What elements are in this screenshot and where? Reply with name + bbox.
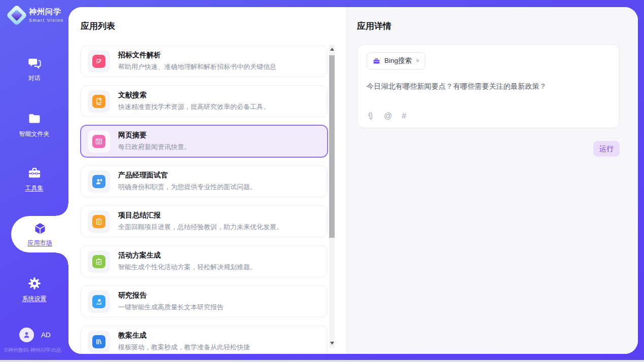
app-desc: 模板驱动，教案秒成，教学准备从此轻松快捷 (118, 343, 250, 352)
prompt-editor[interactable]: Bing搜索 × 今日湖北有哪些新闻要点？有哪些需要关注的最新政策？ @ # (357, 44, 620, 128)
scroll-down-arrow-icon[interactable] (330, 342, 334, 345)
hashtag-icon[interactable]: # (402, 112, 406, 121)
scrollbar-thumb[interactable] (329, 55, 335, 238)
bubble-curve-top (56, 204, 68, 216)
app-card-pm-interviewer[interactable]: 产品经理面试官 明确身份和职责，为您提供专业性的面试问题。 (81, 165, 328, 197)
book-icon (92, 95, 105, 108)
app-card-event-plan[interactable]: 活动方案生成 智能生成个性化活动方案，轻松解决规划难题。 (81, 245, 328, 277)
briefcase-icon (373, 57, 380, 65)
attachment-toolbar: @ # (367, 112, 406, 121)
prompt-input[interactable]: 今日湖北有哪些新闻要点？有哪些需要关注的最新政策？ (367, 82, 610, 91)
sidebar-item-label: 应用市场 (28, 239, 52, 247)
run-button[interactable]: 运行 (593, 141, 620, 157)
app-detail-section: 应用详情 Bing搜索 × 今日湖北有哪些新闻要点？有哪些需要关注的最新政策？ (346, 7, 638, 354)
app-card-literature-search[interactable]: 文献搜索 快速精准查找学术资源，提高研究效率的必备工具。 (81, 85, 328, 117)
app-name: 项目总结汇报 (118, 211, 283, 220)
app-desc: 智能生成个性化活动方案，轻松解决规划难题。 (118, 263, 257, 272)
app-icon-frame (88, 90, 110, 113)
mention-icon[interactable]: @ (384, 112, 392, 121)
app-card-list: 招标文件解析 帮助用户快速、准确地理解和解析招标书中的关键信息 (81, 45, 328, 354)
app-desc: 全面回顾项目进展，总结经验教训，助力未来优化发展。 (118, 223, 283, 232)
app-icon-frame (88, 130, 110, 153)
sidebar-item-label: 工具集 (25, 184, 44, 193)
app-desc: 帮助用户快速、准确地理解和解析招标书中的关键信息 (118, 62, 276, 71)
app-name: 文献搜索 (118, 91, 270, 100)
app-name: 产品经理面试官 (118, 171, 257, 180)
books-icon (92, 335, 105, 348)
app-name: 教案生成 (118, 331, 250, 340)
edit-doc-icon (92, 55, 105, 68)
brand-name: 神州问学 (29, 7, 64, 17)
app-card-project-summary[interactable]: 项目总结汇报 全面回顾项目进展，总结经验教训，助力未来优化发展。 (81, 205, 328, 237)
close-icon[interactable]: × (416, 58, 419, 64)
sidebar-item-label: 智能文件夹 (19, 130, 50, 138)
webpage-code-icon (92, 135, 105, 148)
app-desc: 明确身份和职责，为您提供专业性的面试问题。 (118, 183, 257, 192)
tool-tag-label: Bing搜索 (384, 56, 412, 65)
app-desc: 每日政府新闻资讯快查。 (118, 142, 191, 152)
user-account[interactable]: AD (19, 328, 51, 342)
copyright-footer: ©神州数码·神州问学出品 (4, 347, 105, 354)
scroll-up-arrow-icon[interactable] (330, 48, 334, 51)
tool-tag-bing-search[interactable]: Bing搜索 × (367, 52, 425, 69)
microscope-icon (92, 295, 105, 308)
app-desc: 一键智能生成高质量长文本研究报告 (118, 303, 224, 312)
app-list-title: 应用列表 (81, 20, 346, 32)
brand-logo: 神州问学 Smart Vision (9, 7, 64, 23)
notepad-icon (92, 215, 105, 228)
chat-icon (27, 56, 42, 70)
app-card-lesson-plan[interactable]: 教案生成 模板驱动，教案秒成，教学准备从此轻松快捷 (81, 325, 328, 354)
scrollbar[interactable] (329, 45, 335, 348)
app-name: 研究报告 (118, 291, 224, 300)
sidebar-item-app-market[interactable]: 应用市场 (11, 216, 68, 252)
sidebar-item-label: 系统设置 (22, 295, 47, 303)
sidebar-item-toolset[interactable]: 工具集 (0, 166, 68, 193)
app-desc: 快速精准查找学术资源，提高研究效率的必备工具。 (118, 102, 270, 112)
app-icon-frame (88, 50, 110, 73)
sidebar-item-chat[interactable]: 对话 (0, 56, 68, 83)
app-detail-title: 应用详情 (357, 20, 620, 32)
paperclip-icon[interactable] (367, 112, 374, 121)
sidebar: 神州问学 Smart Vision 对话 智能文件夹 (0, 0, 68, 360)
app-card-web-summary[interactable]: 网页摘要 每日政府新闻资讯快查。 (81, 125, 328, 157)
gear-icon (27, 276, 42, 291)
person-icon (22, 331, 31, 339)
app-icon-frame (88, 170, 110, 193)
sidebar-item-smart-folders[interactable]: 智能文件夹 (0, 112, 68, 138)
app-name: 活动方案生成 (118, 251, 257, 260)
app-icon-frame (88, 291, 110, 313)
content-panel: 应用列表 招标文件解析 帮助用户快速、准确地理解和解析招标书中的关键信息 (68, 7, 638, 354)
app-name: 网页摘要 (118, 131, 191, 140)
cube-icon (33, 222, 47, 236)
avatar (19, 328, 34, 342)
sidebar-item-label: 对话 (28, 74, 41, 83)
clipboard-check-icon (92, 255, 105, 268)
interviewer-icon (92, 175, 105, 188)
brand-subtitle: Smart Vision (29, 18, 64, 23)
app-list-section: 应用列表 招标文件解析 帮助用户快速、准确地理解和解析招标书中的关键信息 (68, 7, 346, 354)
app-icon-frame (88, 210, 110, 233)
user-initials: AD (41, 331, 51, 339)
app-card-research-report[interactable]: 研究报告 一键智能生成高质量长文本研究报告 (81, 285, 328, 317)
folder-icon (27, 112, 42, 126)
page-bottom-edge (0, 360, 644, 362)
brand-diamond-icon (6, 4, 27, 25)
app-card-bid-doc-parse[interactable]: 招标文件解析 帮助用户快速、准确地理解和解析招标书中的关键信息 (81, 45, 328, 77)
app-name: 招标文件解析 (118, 51, 276, 60)
app-window: 神州问学 Smart Vision 对话 智能文件夹 (0, 0, 644, 360)
bubble-curve-bottom (56, 252, 68, 265)
toolbox-icon (27, 166, 42, 180)
app-icon-frame (88, 250, 110, 273)
sidebar-item-settings[interactable]: 系统设置 (0, 276, 68, 303)
